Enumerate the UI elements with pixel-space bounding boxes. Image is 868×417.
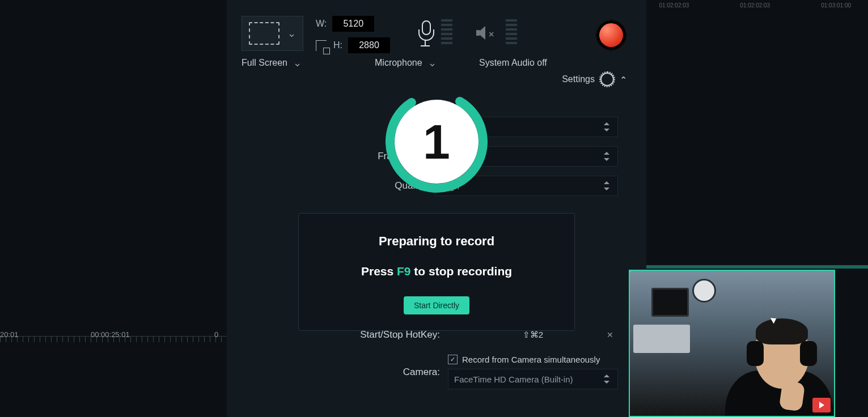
recorder-panel: ⌄ W: 5120 H: 2880 × xyxy=(227,0,646,417)
system-audio-control[interactable]: × xyxy=(471,16,523,50)
settings-toggle[interactable]: Settings ⌄ xyxy=(227,70,646,90)
capture-mode-label: Full Screen xyxy=(242,58,287,68)
stepper-icon xyxy=(604,152,609,161)
stop-hotkey: F9 xyxy=(397,265,411,278)
source-labels: Full Screen ⌄ Microphone ⌄ System Audio … xyxy=(227,58,646,70)
save-to-dropdown[interactable] xyxy=(435,117,618,137)
gear-icon xyxy=(600,73,614,86)
controls-row: ⌄ W: 5120 H: 2880 × xyxy=(227,0,646,58)
camera-label: Camera: xyxy=(403,367,440,378)
record-button[interactable] xyxy=(596,20,626,50)
webcam-preview[interactable] xyxy=(629,270,835,417)
camera-row: Camera: ✓ Record from Camera simultaneou… xyxy=(227,355,646,389)
width-input[interactable]: 5120 xyxy=(332,16,374,32)
camera-device-dropdown[interactable]: FaceTime HD Camera (Built-in) xyxy=(448,369,618,389)
info-subtitle: Press F9 to stop recording xyxy=(315,265,558,278)
capture-mode-dropdown[interactable]: Full Screen ⌄ xyxy=(242,58,358,68)
stepper-icon xyxy=(604,375,609,384)
microphone-control[interactable] xyxy=(409,16,458,50)
start-directly-button[interactable]: Start Directly xyxy=(404,296,469,314)
microphone-dropdown[interactable]: Microphone ⌄ xyxy=(375,58,465,68)
checkbox-icon: ✓ xyxy=(448,355,458,364)
capture-rect-icon xyxy=(249,22,280,45)
save-to-label: Save to: xyxy=(392,121,427,133)
quality-value: High xyxy=(442,181,459,191)
play-badge-icon xyxy=(812,398,831,412)
timeline-ruler: 20:01 00:00:25:01 0 xyxy=(0,331,227,343)
camera-device-value: FaceTime HD Camera (Built-in) xyxy=(454,375,573,384)
timeline-tick-3: 0 xyxy=(214,330,218,339)
preview-marker xyxy=(641,265,868,269)
frame-rate-label: Frame rate: xyxy=(378,151,427,162)
recording-info-box: Preparing to record Press F9 to stop rec… xyxy=(298,213,575,331)
quality-dropdown[interactable]: High xyxy=(435,176,618,196)
capture-area-selector[interactable]: ⌄ xyxy=(242,16,303,51)
microphone-label: Microphone xyxy=(375,58,422,68)
chevron-down-icon: ⌄ xyxy=(428,58,437,68)
stepper-icon xyxy=(604,181,609,190)
timeline-tick-1: 20:01 xyxy=(0,330,19,339)
hotkey-label: Start/Stop HotKey: xyxy=(360,329,440,341)
system-level-meter xyxy=(506,19,517,46)
chevron-up-icon: ⌄ xyxy=(620,74,627,85)
microphone-icon xyxy=(415,19,435,46)
settings-label: Settings xyxy=(562,74,595,84)
camera-checkbox[interactable]: ✓ Record from Camera simultaneously xyxy=(448,355,618,364)
system-audio-label: System Audio off xyxy=(479,58,547,68)
height-input[interactable]: 2880 xyxy=(348,37,390,53)
frame-rate-value: 30fps xyxy=(442,152,463,161)
height-label: H: xyxy=(333,40,342,50)
timeline-tick-2: 00:00:25:01 xyxy=(91,330,130,339)
speaker-muted-icon: × xyxy=(476,22,500,44)
capture-dimensions: W: 5120 H: 2880 xyxy=(316,16,390,53)
frame-rate-dropdown[interactable]: 30fps xyxy=(435,146,618,167)
quality-label: Quality: xyxy=(395,180,427,192)
width-label: W: xyxy=(316,19,327,29)
chevron-down-icon: ⌄ xyxy=(293,58,302,68)
settings-form: Save to: Frame rate: 30fps Quality: High xyxy=(227,117,646,196)
clear-hotkey-icon[interactable]: ✕ xyxy=(607,330,613,339)
hotkey-value: ⇧⌘2 xyxy=(523,330,543,340)
aspect-lock-icon[interactable] xyxy=(316,40,327,51)
info-title: Preparing to record xyxy=(315,234,558,249)
stepper-icon xyxy=(604,122,609,131)
chevron-down-icon: ⌄ xyxy=(287,28,296,39)
mic-level-meter xyxy=(441,19,452,46)
camera-checkbox-label: Record from Camera simultaneously xyxy=(462,355,600,364)
